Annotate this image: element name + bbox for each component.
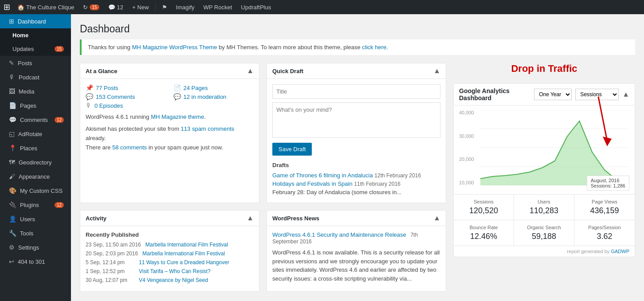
dashboard-icon: ⊞ xyxy=(9,18,14,25)
activity-link-1[interactable]: Marbella International Film Festival xyxy=(145,242,228,248)
analytics-footer: report generated by GADWP xyxy=(454,246,635,257)
spam-queue-link[interactable]: 58 comments xyxy=(112,144,147,151)
analytics-controls: One Year 30 Days 7 Days Today Sessions U… xyxy=(534,89,629,100)
analytics-period-select[interactable]: One Year 30 Days 7 Days Today xyxy=(534,89,572,100)
places-icon: 📍 xyxy=(9,145,16,152)
main-content: Dashboard Thanks for using MH Magazine W… xyxy=(71,14,644,301)
updates-bar[interactable]: ↻ 15 xyxy=(79,0,102,14)
activity-widget: Activity ▲ Recently Published 23 Sep, 11… xyxy=(80,210,259,292)
sidebar-item-dashboard[interactable]: ⊞ Dashboard xyxy=(0,14,71,28)
moderation-icon: 💬 xyxy=(173,93,181,100)
draft-2-link[interactable]: Holidays and Festivals in Spain xyxy=(272,180,353,187)
stat-pages-session: Pages/Session 3.62 xyxy=(574,220,635,246)
tools-icon: 🔧 xyxy=(9,230,16,237)
draft-body-input[interactable] xyxy=(272,102,440,138)
sidebar-item-adrotate[interactable]: ◱ AdRotate xyxy=(0,127,71,141)
sidebar-item-custom-css[interactable]: 🎨 My Custom CSS xyxy=(0,184,71,198)
comments-bar[interactable]: 💬 12 xyxy=(105,0,127,14)
css-icon: 🎨 xyxy=(9,187,16,194)
plugins-icon: 🔌 xyxy=(9,201,16,208)
at-a-glance-widget: At a Glance ▲ 📌 77 Posts xyxy=(80,63,259,203)
posts-icon: ✎ xyxy=(9,59,14,66)
sidebar-item-plugins[interactable]: 🔌 Plugins 12 xyxy=(0,198,71,212)
sidebar-item-updates[interactable]: Updates 15 xyxy=(0,42,71,56)
news-title-link[interactable]: WordPress 4.6.1 Security and Maintenance… xyxy=(272,231,406,238)
glance-moderation: 💬 12 in moderation xyxy=(173,93,254,100)
gadwp-link[interactable]: GADWP xyxy=(611,249,629,254)
posts-link[interactable]: 77 Posts xyxy=(96,85,118,91)
settings-icon: ⚙ xyxy=(9,244,15,251)
sidebar-item-home[interactable]: Home xyxy=(0,28,71,42)
sidebar-item-settings[interactable]: ⚙ Settings xyxy=(0,240,71,254)
theme-meta-link[interactable]: MH Magazine theme xyxy=(151,113,204,120)
imagify-plugin[interactable]: Imagify xyxy=(173,0,198,14)
site-name-bar[interactable]: 🏠 The Culture Clique xyxy=(14,0,78,14)
analytics-toggle[interactable]: ▲ xyxy=(622,90,629,98)
wp-news-toggle[interactable]: ▲ xyxy=(433,214,440,222)
stat-users: Users 110,283 xyxy=(514,195,574,220)
draft-title-input[interactable] xyxy=(272,84,440,99)
comments-link[interactable]: 153 Comments xyxy=(96,94,135,100)
activity-link-2[interactable]: Marbella International Film Festival xyxy=(142,250,225,257)
activity-item-5: 30 Aug, 12:07 pm V4 Vengeance by Nigel S… xyxy=(86,277,254,283)
analytics-widget: Google Analytics Dashboard One Year 30 D… xyxy=(453,83,635,257)
wp-news-widget: WordPress News ▲ WordPress 4.6.1 Securit… xyxy=(267,210,446,292)
sidebar-item-podcast[interactable]: 🎙 Podcast xyxy=(0,70,71,84)
quick-draft-header: Quick Draft ▲ xyxy=(267,63,446,79)
sidebar-item-tools[interactable]: 🔧 Tools xyxy=(0,226,71,240)
wp-icon[interactable]: ⚑ xyxy=(158,0,171,14)
sidebar-item-places[interactable]: 📍 Places xyxy=(0,141,71,155)
comment-icon: 💬 xyxy=(108,4,115,11)
activity-link-5[interactable]: V4 Vengeance by Nigel Seed xyxy=(139,277,208,283)
activity-header: Activity ▲ xyxy=(80,211,259,226)
moderation-link[interactable]: 12 in moderation xyxy=(184,94,227,100)
analytics-column: Drop in Traffic Google Analytics Dashboa… xyxy=(453,63,635,257)
sidebar-item-geodirectory[interactable]: 🗺 Geodirectory xyxy=(0,155,71,169)
activity-item-3: 5 Sep, 12:14 pm 11 Ways to Cure a Dreade… xyxy=(86,259,254,266)
theme-notice: Thanks for using MH Magazine WordPress T… xyxy=(80,39,635,55)
sidebar-item-posts[interactable]: ✎ Posts xyxy=(0,56,71,70)
stat-organic: Organic Search 59,188 xyxy=(514,220,574,246)
activity-link-3[interactable]: 11 Ways to Cure a Dreaded Hangover xyxy=(139,259,229,266)
save-draft-button[interactable]: Save Draft xyxy=(272,143,312,156)
quick-draft-widget: Quick Draft ▲ Save Draft Drafts xyxy=(267,63,446,203)
episodes-link[interactable]: 0 Episodes xyxy=(94,102,123,109)
updraftplus-plugin[interactable]: UpdraftPlus xyxy=(237,0,275,14)
sidebar-item-comments[interactable]: 💬 Comments 12 xyxy=(0,113,71,127)
activity-toggle[interactable]: ▲ xyxy=(247,214,254,222)
click-here-link[interactable]: click here xyxy=(362,44,386,51)
plus-icon: + xyxy=(132,4,136,11)
spam-count-link[interactable]: 113 spam comments xyxy=(181,125,235,132)
draft-item-2: Holidays and Festivals in Spain 11th Feb… xyxy=(272,180,440,187)
recently-published-title: Recently Published xyxy=(86,231,254,238)
wp-version-meta: WordPress 4.6.1 running MH Magazine them… xyxy=(86,113,254,120)
mic-icon: 🎙 xyxy=(86,102,92,109)
pages-link[interactable]: 24 Pages xyxy=(184,85,208,91)
wp-logo-icon[interactable]: ⊞ xyxy=(4,2,10,12)
sidebar-item-404-to-301[interactable]: ↩ 404 to 301 xyxy=(0,254,71,269)
glance-comments: 💬 153 Comments xyxy=(86,93,166,100)
analytics-metric-select[interactable]: Sessions Users Page Views xyxy=(575,89,619,100)
wp-rocket-plugin[interactable]: WP Rocket xyxy=(200,0,236,14)
at-a-glance-toggle[interactable]: ▲ xyxy=(247,67,254,75)
new-content-bar[interactable]: + New xyxy=(129,0,153,14)
glance-posts: 📌 77 Posts xyxy=(86,84,166,91)
redirect-icon: ↩ xyxy=(9,258,14,265)
wp-news-header: WordPress News ▲ xyxy=(267,211,446,226)
quick-draft-toggle[interactable]: ▲ xyxy=(433,67,440,75)
activity-link-4[interactable]: Visit Tarifa – Who Can Resist? xyxy=(139,268,211,274)
sidebar-item-pages[interactable]: 📄 Pages xyxy=(0,98,71,113)
analytics-stats: Sessions 120,520 Users 110,283 Page View… xyxy=(454,194,635,246)
akismet-notice: Akismet has protected your site from 113… xyxy=(86,125,254,152)
pin-icon: 📌 xyxy=(86,84,93,91)
drop-annotation: Drop in Traffic xyxy=(511,63,577,74)
draft-1-link[interactable]: Game of Thrones 6 filming in Andalucia xyxy=(272,172,373,179)
sidebar-item-users[interactable]: 👤 Users xyxy=(0,212,71,226)
stat-sessions: Sessions 120,520 xyxy=(454,195,514,220)
analytics-header: Google Analytics Dashboard One Year 30 D… xyxy=(454,84,635,106)
separator xyxy=(155,3,156,12)
chart-tooltip: August, 2016 Sessions: 1,286 xyxy=(587,176,629,191)
theme-link[interactable]: MH Magazine WordPress Theme xyxy=(132,44,217,51)
sidebar-item-media[interactable]: 🖼 Media xyxy=(0,84,71,98)
sidebar-item-appearance[interactable]: 🖌 Appearance xyxy=(0,169,71,184)
